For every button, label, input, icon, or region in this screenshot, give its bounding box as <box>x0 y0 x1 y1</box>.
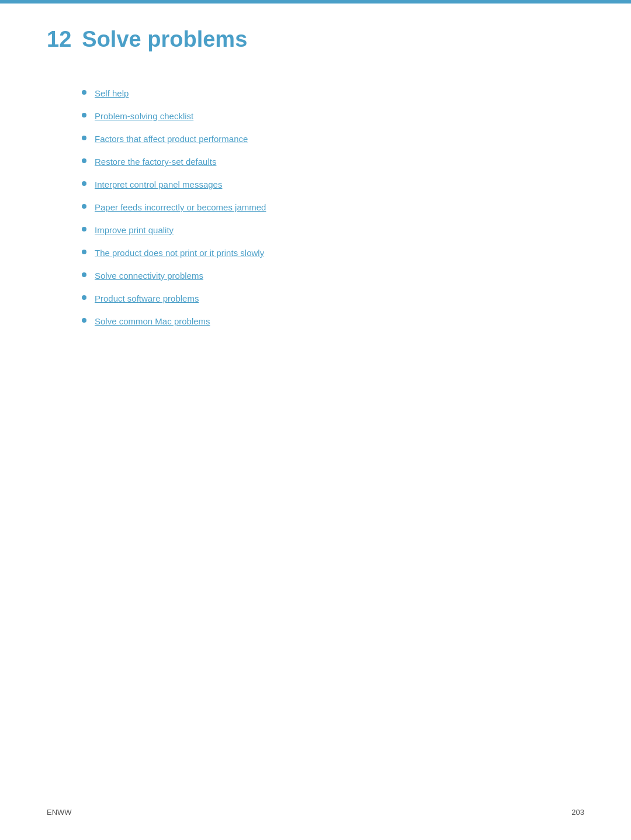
bullet-icon <box>82 295 86 300</box>
toc-link-self-help[interactable]: Self help <box>95 87 129 99</box>
toc-list-item: Factors that affect product performance <box>82 133 584 145</box>
toc-link-solve-common-mac-problems[interactable]: Solve common Mac problems <box>95 315 210 327</box>
footer-left: ENWW <box>47 808 72 817</box>
bullet-icon <box>82 272 86 277</box>
toc-list-item: Problem-solving checklist <box>82 110 584 122</box>
toc-link-product-software-problems[interactable]: Product software problems <box>95 292 199 305</box>
bullet-icon <box>82 136 86 140</box>
toc-link-problem-solving-checklist[interactable]: Problem-solving checklist <box>95 110 193 122</box>
bullet-icon <box>82 318 86 323</box>
chapter-number: 12 <box>47 27 71 52</box>
bullet-icon <box>82 250 86 254</box>
bullet-icon <box>82 181 86 186</box>
toc-link-improve-print-quality[interactable]: Improve print quality <box>95 224 174 236</box>
toc-list: Self helpProblem-solving checklistFactor… <box>47 87 584 327</box>
bullet-icon <box>82 204 86 209</box>
bullet-icon <box>82 227 86 231</box>
chapter-title: Solve problems <box>82 27 247 52</box>
toc-list-item: Solve common Mac problems <box>82 315 584 327</box>
bullet-icon <box>82 158 86 163</box>
toc-link-factors-product-performance[interactable]: Factors that affect product performance <box>95 133 248 145</box>
page-footer: ENWW 203 <box>47 808 584 817</box>
toc-list-item: Restore the factory-set defaults <box>82 155 584 168</box>
bullet-icon <box>82 90 86 95</box>
footer-right: 203 <box>571 808 584 817</box>
toc-list-item: Paper feeds incorrectly or becomes jamme… <box>82 201 584 213</box>
toc-list-item: Product software problems <box>82 292 584 305</box>
toc-link-solve-connectivity-problems[interactable]: Solve connectivity problems <box>95 269 203 282</box>
toc-link-product-does-not-print[interactable]: The product does not print or it prints … <box>95 247 264 259</box>
chapter-header: 12 Solve problems <box>47 27 584 52</box>
toc-list-item: Self help <box>82 87 584 99</box>
toc-link-interpret-control-panel-messages[interactable]: Interpret control panel messages <box>95 178 222 191</box>
toc-list-item: Interpret control panel messages <box>82 178 584 191</box>
toc-list-item: Improve print quality <box>82 224 584 236</box>
toc-list-item: The product does not print or it prints … <box>82 247 584 259</box>
toc-link-restore-factory-defaults[interactable]: Restore the factory-set defaults <box>95 155 216 168</box>
toc-list-item: Solve connectivity problems <box>82 269 584 282</box>
bullet-icon <box>82 113 86 117</box>
toc-link-paper-feeds-incorrectly[interactable]: Paper feeds incorrectly or becomes jamme… <box>95 201 266 213</box>
